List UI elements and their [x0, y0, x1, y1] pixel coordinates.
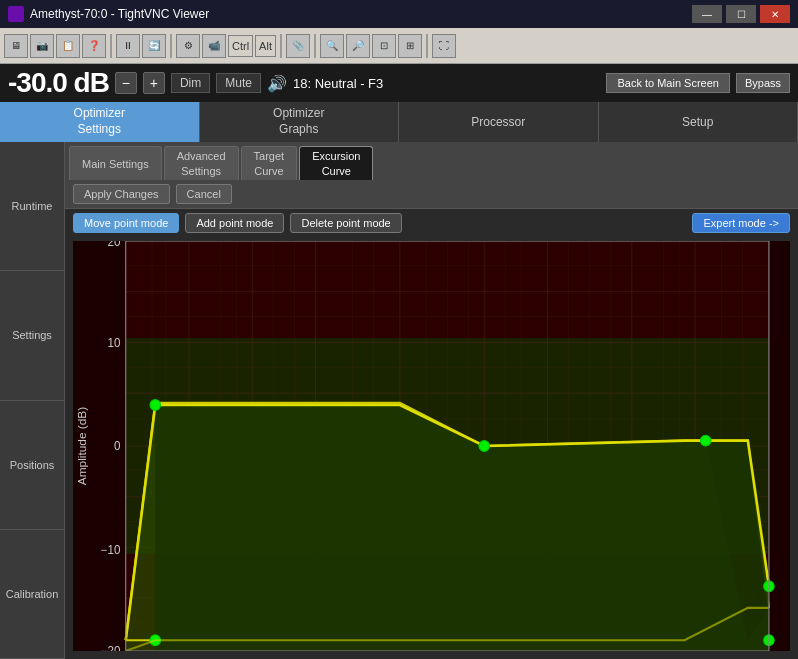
move-point-mode-button[interactable]: Move point mode — [73, 213, 179, 233]
tab-processor[interactable]: Processor — [399, 102, 599, 142]
app-icon — [8, 6, 24, 22]
minimize-button[interactable]: — — [692, 5, 722, 23]
chart-container: 20 10 0 −10 −20 20 50 100 200 500 1k 2k … — [73, 241, 790, 651]
tb-clip[interactable]: 📎 — [286, 34, 310, 58]
cancel-button[interactable]: Cancel — [176, 184, 232, 204]
tb-zoom-out[interactable]: 🔎 — [346, 34, 370, 58]
svg-point-72 — [700, 435, 711, 446]
main-panel: Main Settings Advanced Settings Target C… — [65, 142, 798, 659]
svg-text:20: 20 — [108, 241, 121, 248]
tb-ctrl[interactable]: Ctrl — [228, 35, 253, 57]
mute-button[interactable]: Mute — [216, 73, 261, 93]
sub-tabs: Main Settings Advanced Settings Target C… — [65, 142, 798, 180]
maximize-button[interactable]: ☐ — [726, 5, 756, 23]
svg-point-71 — [479, 441, 490, 452]
back-to-main-button[interactable]: Back to Main Screen — [606, 73, 730, 93]
tb-record[interactable]: 📹 — [202, 34, 226, 58]
preset-name: 18: Neutral - F3 — [293, 76, 600, 91]
chart-svg: 20 10 0 −10 −20 20 50 100 200 500 1k 2k … — [73, 241, 790, 651]
tb-zoom-custom[interactable]: ⊞ — [398, 34, 422, 58]
sub-tab-target-curve[interactable]: Target Curve — [241, 146, 298, 180]
tb-icon-1[interactable]: 🖥 — [4, 34, 28, 58]
tab-setup[interactable]: Setup — [599, 102, 799, 142]
svg-text:Amplitude (dB): Amplitude (dB) — [75, 407, 88, 485]
tb-fullscreen[interactable]: ⛶ — [432, 34, 456, 58]
tab-optimizer-graphs[interactable]: Optimizer Graphs — [200, 102, 400, 142]
volume-bar: -30.0 dB − + Dim Mute 🔊 18: Neutral - F3… — [0, 64, 798, 102]
volume-plus-button[interactable]: + — [143, 72, 165, 94]
window-title: Amethyst-70:0 - TightVNC Viewer — [30, 7, 692, 21]
sub-tab-advanced-settings[interactable]: Advanced Settings — [164, 146, 239, 180]
sep-2 — [170, 34, 172, 58]
svg-text:0: 0 — [114, 439, 121, 452]
delete-point-mode-button[interactable]: Delete point mode — [290, 213, 401, 233]
tb-zoom-fit[interactable]: ⊡ — [372, 34, 396, 58]
sidebar-item-settings[interactable]: Settings — [0, 271, 64, 400]
close-button[interactable]: ✕ — [760, 5, 790, 23]
dim-button[interactable]: Dim — [171, 73, 210, 93]
tab-optimizer-settings[interactable]: Optimizer Settings — [0, 102, 200, 142]
tb-pause[interactable]: ⏸ — [116, 34, 140, 58]
volume-minus-button[interactable]: − — [115, 72, 137, 94]
svg-text:−10: −10 — [101, 543, 121, 556]
tb-icon-3[interactable]: 📋 — [56, 34, 80, 58]
expert-mode-button[interactable]: Expert mode -> — [692, 213, 790, 233]
sep-4 — [314, 34, 316, 58]
tb-icon-4[interactable]: ❓ — [82, 34, 106, 58]
sidebar: Runtime Settings Positions Calibration — [0, 142, 65, 659]
action-toolbar: Apply Changes Cancel — [65, 180, 798, 209]
svg-text:−20: −20 — [101, 644, 121, 651]
speaker-icon: 🔊 — [267, 74, 287, 93]
sep-3 — [280, 34, 282, 58]
tb-alt[interactable]: Alt — [255, 35, 276, 57]
svg-text:10: 10 — [108, 336, 121, 349]
sidebar-item-positions[interactable]: Positions — [0, 401, 64, 530]
sub-tab-main-settings[interactable]: Main Settings — [69, 146, 162, 180]
apply-changes-button[interactable]: Apply Changes — [73, 184, 170, 204]
sidebar-item-runtime[interactable]: Runtime — [0, 142, 64, 271]
bypass-button[interactable]: Bypass — [736, 73, 790, 93]
main-tabs: Optimizer Settings Optimizer Graphs Proc… — [0, 102, 798, 142]
mode-buttons-row: Move point mode Add point mode Delete po… — [65, 209, 798, 237]
sep-5 — [426, 34, 428, 58]
sub-tab-excursion-curve[interactable]: Excursion Curve — [299, 146, 373, 180]
tb-zoom-in[interactable]: 🔍 — [320, 34, 344, 58]
svg-point-70 — [150, 400, 161, 411]
tb-refresh[interactable]: 🔄 — [142, 34, 166, 58]
toolbar: 🖥 📷 📋 ❓ ⏸ 🔄 ⚙ 📹 Ctrl Alt 📎 🔍 🔎 ⊡ ⊞ ⛶ — [0, 28, 798, 64]
content-area: Runtime Settings Positions Calibration M… — [0, 142, 798, 659]
add-point-mode-button[interactable]: Add point mode — [185, 213, 284, 233]
sidebar-item-calibration[interactable]: Calibration — [0, 530, 64, 659]
sep-1 — [110, 34, 112, 58]
tb-icon-2[interactable]: 📷 — [30, 34, 54, 58]
tb-options[interactable]: ⚙ — [176, 34, 200, 58]
window-controls[interactable]: — ☐ ✕ — [692, 5, 790, 23]
title-bar: Amethyst-70:0 - TightVNC Viewer — ☐ ✕ — [0, 0, 798, 28]
volume-level: -30.0 dB — [8, 67, 109, 99]
